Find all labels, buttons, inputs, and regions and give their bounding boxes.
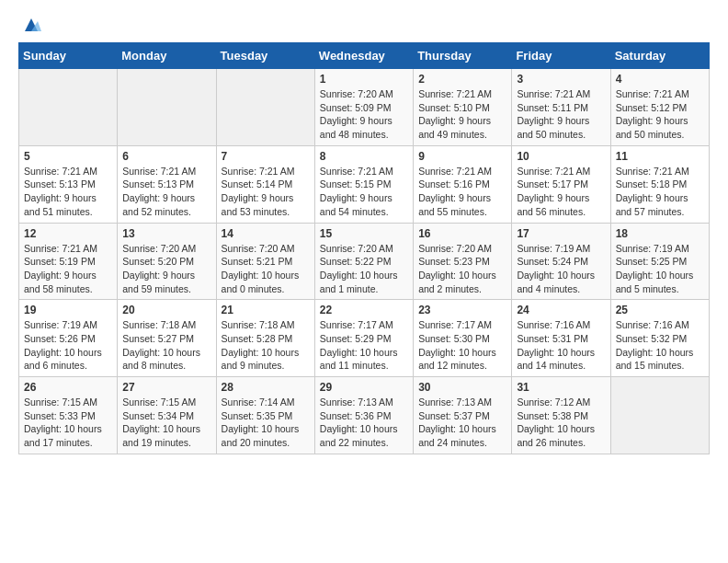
day-number: 14 bbox=[222, 227, 310, 240]
day-number: 27 bbox=[122, 381, 210, 394]
day-cell: 22Sunrise: 7:17 AM Sunset: 5:29 PM Dayli… bbox=[314, 300, 413, 377]
day-info: Sunrise: 7:13 AM Sunset: 5:36 PM Dayligh… bbox=[320, 396, 408, 450]
week-row-1: 1Sunrise: 7:20 AM Sunset: 5:09 PM Daylig… bbox=[19, 69, 710, 146]
day-cell: 7Sunrise: 7:21 AM Sunset: 5:14 PM Daylig… bbox=[216, 145, 314, 223]
day-info: Sunrise: 7:21 AM Sunset: 5:15 PM Dayligh… bbox=[320, 165, 408, 219]
day-number: 5 bbox=[24, 150, 112, 163]
day-number: 10 bbox=[517, 150, 605, 163]
day-cell: 29Sunrise: 7:13 AM Sunset: 5:36 PM Dayli… bbox=[314, 377, 413, 454]
weekday-header-monday: Monday bbox=[118, 43, 216, 69]
day-info: Sunrise: 7:16 AM Sunset: 5:32 PM Dayligh… bbox=[616, 318, 704, 373]
day-cell bbox=[118, 69, 216, 146]
weekday-header-row: SundayMondayTuesdayWednesdayThursdayFrid… bbox=[19, 43, 710, 69]
day-info: Sunrise: 7:20 AM Sunset: 5:21 PM Dayligh… bbox=[222, 242, 310, 296]
day-number: 4 bbox=[616, 73, 704, 86]
day-cell: 15Sunrise: 7:20 AM Sunset: 5:22 PM Dayli… bbox=[314, 223, 413, 300]
day-cell: 24Sunrise: 7:16 AM Sunset: 5:31 PM Dayli… bbox=[512, 300, 610, 377]
day-info: Sunrise: 7:15 AM Sunset: 5:33 PM Dayligh… bbox=[24, 396, 112, 450]
day-number: 24 bbox=[517, 304, 605, 316]
day-info: Sunrise: 7:21 AM Sunset: 5:16 PM Dayligh… bbox=[418, 165, 506, 219]
day-info: Sunrise: 7:19 AM Sunset: 5:25 PM Dayligh… bbox=[616, 242, 704, 296]
day-number: 11 bbox=[616, 150, 704, 163]
day-info: Sunrise: 7:21 AM Sunset: 5:12 PM Dayligh… bbox=[616, 87, 704, 142]
logo-icon bbox=[21, 15, 41, 35]
day-cell: 3Sunrise: 7:21 AM Sunset: 5:11 PM Daylig… bbox=[512, 69, 610, 146]
day-info: Sunrise: 7:21 AM Sunset: 5:10 PM Dayligh… bbox=[418, 87, 506, 142]
day-number: 28 bbox=[222, 381, 310, 394]
day-cell: 30Sunrise: 7:13 AM Sunset: 5:37 PM Dayli… bbox=[414, 377, 512, 454]
day-number: 13 bbox=[122, 227, 210, 240]
day-info: Sunrise: 7:15 AM Sunset: 5:34 PM Dayligh… bbox=[122, 396, 210, 450]
day-number: 16 bbox=[418, 227, 506, 240]
day-cell: 13Sunrise: 7:20 AM Sunset: 5:20 PM Dayli… bbox=[118, 223, 216, 300]
day-cell: 21Sunrise: 7:18 AM Sunset: 5:28 PM Dayli… bbox=[216, 300, 314, 377]
day-info: Sunrise: 7:13 AM Sunset: 5:37 PM Dayligh… bbox=[418, 396, 506, 450]
logo bbox=[18, 15, 41, 35]
day-number: 25 bbox=[616, 304, 704, 316]
day-info: Sunrise: 7:20 AM Sunset: 5:23 PM Dayligh… bbox=[418, 242, 506, 296]
day-number: 3 bbox=[517, 73, 605, 86]
day-info: Sunrise: 7:20 AM Sunset: 5:20 PM Dayligh… bbox=[122, 242, 210, 296]
day-number: 20 bbox=[122, 304, 210, 316]
day-number: 26 bbox=[24, 381, 112, 394]
week-row-4: 19Sunrise: 7:19 AM Sunset: 5:26 PM Dayli… bbox=[19, 300, 710, 377]
day-cell bbox=[19, 69, 118, 146]
weekday-header-tuesday: Tuesday bbox=[216, 43, 314, 69]
day-number: 1 bbox=[320, 73, 408, 86]
day-info: Sunrise: 7:12 AM Sunset: 5:38 PM Dayligh… bbox=[517, 396, 605, 450]
day-info: Sunrise: 7:14 AM Sunset: 5:35 PM Dayligh… bbox=[222, 396, 310, 450]
day-info: Sunrise: 7:21 AM Sunset: 5:18 PM Dayligh… bbox=[616, 165, 704, 219]
weekday-header-thursday: Thursday bbox=[414, 43, 512, 69]
day-cell: 11Sunrise: 7:21 AM Sunset: 5:18 PM Dayli… bbox=[610, 145, 709, 223]
page: SundayMondayTuesdayWednesdayThursdayFrid… bbox=[0, 0, 728, 469]
day-info: Sunrise: 7:18 AM Sunset: 5:28 PM Dayligh… bbox=[222, 318, 310, 373]
header bbox=[18, 15, 710, 35]
day-number: 22 bbox=[320, 304, 408, 316]
day-info: Sunrise: 7:16 AM Sunset: 5:31 PM Dayligh… bbox=[517, 318, 605, 373]
day-info: Sunrise: 7:20 AM Sunset: 5:09 PM Dayligh… bbox=[320, 87, 408, 142]
day-number: 7 bbox=[222, 150, 310, 163]
day-number: 9 bbox=[418, 150, 506, 163]
day-info: Sunrise: 7:17 AM Sunset: 5:29 PM Dayligh… bbox=[320, 318, 408, 373]
day-cell: 1Sunrise: 7:20 AM Sunset: 5:09 PM Daylig… bbox=[314, 69, 413, 146]
day-cell: 23Sunrise: 7:17 AM Sunset: 5:30 PM Dayli… bbox=[414, 300, 512, 377]
weekday-header-saturday: Saturday bbox=[610, 43, 709, 69]
day-cell bbox=[610, 377, 709, 454]
day-number: 18 bbox=[616, 227, 704, 240]
day-number: 29 bbox=[320, 381, 408, 394]
day-cell: 28Sunrise: 7:14 AM Sunset: 5:35 PM Dayli… bbox=[216, 377, 314, 454]
day-info: Sunrise: 7:21 AM Sunset: 5:13 PM Dayligh… bbox=[122, 165, 210, 219]
day-number: 15 bbox=[320, 227, 408, 240]
day-cell: 16Sunrise: 7:20 AM Sunset: 5:23 PM Dayli… bbox=[414, 223, 512, 300]
day-number: 21 bbox=[222, 304, 310, 316]
day-cell: 12Sunrise: 7:21 AM Sunset: 5:19 PM Dayli… bbox=[19, 223, 118, 300]
day-number: 12 bbox=[24, 227, 112, 240]
day-cell: 5Sunrise: 7:21 AM Sunset: 5:13 PM Daylig… bbox=[19, 145, 118, 223]
day-info: Sunrise: 7:21 AM Sunset: 5:13 PM Dayligh… bbox=[24, 165, 112, 219]
day-cell: 8Sunrise: 7:21 AM Sunset: 5:15 PM Daylig… bbox=[314, 145, 413, 223]
day-cell: 4Sunrise: 7:21 AM Sunset: 5:12 PM Daylig… bbox=[610, 69, 709, 146]
day-number: 19 bbox=[24, 304, 112, 316]
day-number: 2 bbox=[418, 73, 506, 86]
day-cell bbox=[216, 69, 314, 146]
day-number: 6 bbox=[122, 150, 210, 163]
weekday-header-friday: Friday bbox=[512, 43, 610, 69]
day-cell: 26Sunrise: 7:15 AM Sunset: 5:33 PM Dayli… bbox=[19, 377, 118, 454]
day-cell: 10Sunrise: 7:21 AM Sunset: 5:17 PM Dayli… bbox=[512, 145, 610, 223]
week-row-3: 12Sunrise: 7:21 AM Sunset: 5:19 PM Dayli… bbox=[19, 223, 710, 300]
day-info: Sunrise: 7:21 AM Sunset: 5:17 PM Dayligh… bbox=[517, 165, 605, 219]
day-cell: 2Sunrise: 7:21 AM Sunset: 5:10 PM Daylig… bbox=[414, 69, 512, 146]
weekday-header-sunday: Sunday bbox=[19, 43, 118, 69]
day-info: Sunrise: 7:18 AM Sunset: 5:27 PM Dayligh… bbox=[122, 318, 210, 373]
weekday-header-wednesday: Wednesday bbox=[314, 43, 413, 69]
week-row-2: 5Sunrise: 7:21 AM Sunset: 5:13 PM Daylig… bbox=[19, 145, 710, 223]
day-cell: 20Sunrise: 7:18 AM Sunset: 5:27 PM Dayli… bbox=[118, 300, 216, 377]
day-cell: 31Sunrise: 7:12 AM Sunset: 5:38 PM Dayli… bbox=[512, 377, 610, 454]
day-cell: 9Sunrise: 7:21 AM Sunset: 5:16 PM Daylig… bbox=[414, 145, 512, 223]
day-cell: 25Sunrise: 7:16 AM Sunset: 5:32 PM Dayli… bbox=[610, 300, 709, 377]
day-cell: 17Sunrise: 7:19 AM Sunset: 5:24 PM Dayli… bbox=[512, 223, 610, 300]
week-row-5: 26Sunrise: 7:15 AM Sunset: 5:33 PM Dayli… bbox=[19, 377, 710, 454]
day-info: Sunrise: 7:21 AM Sunset: 5:19 PM Dayligh… bbox=[24, 242, 112, 296]
day-info: Sunrise: 7:19 AM Sunset: 5:24 PM Dayligh… bbox=[517, 242, 605, 296]
day-number: 23 bbox=[418, 304, 506, 316]
